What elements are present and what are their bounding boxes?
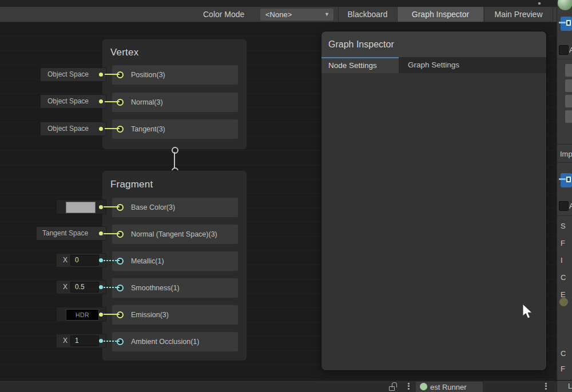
tab-node-settings[interactable]: Node Settings	[321, 57, 399, 73]
main-preview-button[interactable]: Main Preview	[484, 7, 553, 22]
shader-graph-window: Color Mode <None> ▼ Blackboard Graph Ins…	[0, 0, 572, 392]
port-connector-dot-icon	[99, 73, 103, 77]
field-prefix-label: X	[63, 334, 67, 347]
port-connector-dot-icon	[99, 205, 103, 209]
dropdown-value: Object Space	[47, 70, 89, 78]
tab-label: Graph Settings	[408, 61, 459, 69]
port-wire	[104, 233, 120, 234]
normal-space-dropdown[interactable]: Object Space	[40, 94, 106, 109]
metallic-port-row[interactable]: Metallic(1)	[112, 251, 238, 271]
float-input[interactable]: 0.5	[70, 282, 99, 293]
port-connector-dot-icon	[99, 231, 103, 235]
input-port-icon[interactable]	[117, 285, 124, 291]
material-preview-sphere-icon	[558, 0, 572, 10]
color-mode-label: Color Mode	[203, 7, 244, 22]
metallic-default-input[interactable]: X 0	[56, 253, 106, 267]
tangent-port-row[interactable]: Tangent(3)	[112, 119, 238, 139]
clipped-label: S	[561, 222, 566, 230]
base-color-widget[interactable]	[56, 199, 106, 214]
chevron-down-icon: ▼	[324, 9, 329, 21]
tab-graph-settings[interactable]: Graph Settings	[399, 57, 490, 73]
ambient-occlusion-port-row[interactable]: Ambient Occlusion(1)	[112, 332, 238, 351]
shader-graph-asset-icon	[561, 173, 572, 187]
clipped-label: C	[561, 273, 566, 282]
port-connector-dot-icon	[99, 313, 103, 317]
clipped-label: F	[561, 239, 565, 247]
port-wire	[104, 341, 120, 342]
graph-toolbar: Color Mode <None> ▼ Blackboard Graph Ins…	[0, 7, 557, 22]
tangent-space-dropdown[interactable]: Object Space	[40, 122, 106, 136]
normal-space-ts-dropdown[interactable]: Tangent Space	[36, 226, 106, 241]
clipped-label: A	[569, 46, 572, 54]
shader-graph-asset-icon	[561, 17, 572, 31]
port-label: Metallic(1)	[131, 251, 164, 271]
base-color-swatch[interactable]	[66, 202, 96, 213]
inspector-field-button[interactable]	[565, 110, 572, 123]
field-prefix-label: X	[63, 281, 67, 294]
inspector-panel-body	[321, 73, 546, 370]
position-port-row[interactable]: Position(3)	[112, 65, 238, 85]
port-connector-dot-icon	[99, 99, 103, 103]
normal-ts-port-row[interactable]: Normal (Tangent Space)(3)	[112, 225, 238, 244]
port-connector-dot-icon	[99, 339, 103, 343]
divider	[557, 162, 572, 163]
window-menu-dot-icon	[538, 2, 541, 5]
stack-link-port-icon[interactable]	[172, 147, 178, 154]
emission-hdr-widget[interactable]: HDR	[56, 307, 106, 322]
input-port-icon[interactable]	[117, 99, 124, 106]
port-label: Position(3)	[131, 65, 165, 85]
input-port-icon[interactable]	[117, 71, 124, 78]
inspector-field-button[interactable]	[565, 64, 572, 77]
inspector-enabled-checkbox[interactable]	[559, 201, 569, 211]
fragment-node[interactable]: Fragment Base Color(3) Normal (Tangent S…	[102, 170, 247, 361]
input-port-icon[interactable]	[117, 311, 124, 318]
tab-label: Node Settings	[328, 61, 377, 70]
kebab-menu-icon[interactable]: ⋮	[542, 381, 550, 392]
emission-port-row[interactable]: Emission(3)	[112, 305, 238, 325]
normal-port-row[interactable]: Normal(3)	[112, 93, 238, 112]
vertex-node[interactable]: Vertex Position(3) Normal(3) Tangent(3)	[102, 39, 247, 150]
input-port-icon[interactable]	[117, 204, 124, 211]
inspector-enabled-checkbox[interactable]	[559, 45, 569, 55]
input-port-icon[interactable]	[117, 338, 124, 345]
toolbar-divider	[553, 7, 553, 22]
stack-link-edge[interactable]	[174, 152, 175, 168]
inspector-field-button[interactable]	[565, 95, 572, 107]
dropdown-value: Object Space	[47, 97, 89, 105]
asset-preview-icon	[559, 298, 568, 306]
port-label: Emission(3)	[131, 305, 169, 325]
color-mode-value: <None>	[265, 10, 292, 19]
port-wire	[105, 128, 120, 129]
position-space-dropdown[interactable]: Object Space	[40, 67, 106, 82]
blackboard-button[interactable]: Blackboard	[339, 7, 396, 22]
ambient-occlusion-default-input[interactable]: X 1	[56, 334, 106, 348]
graph-inspector-button[interactable]: Graph Inspector	[398, 7, 483, 22]
input-port-icon[interactable]	[117, 258, 124, 265]
base-color-port-row[interactable]: Base Color(3)	[112, 198, 238, 217]
inspector-tab-bar: Node Settings Graph Settings	[321, 57, 546, 73]
vertex-node-title: Vertex	[110, 47, 138, 58]
smoothness-port-row[interactable]: Smoothness(1)	[112, 278, 238, 298]
port-connector-dot-icon	[99, 127, 103, 131]
clipped-label: F	[561, 365, 565, 373]
hdr-color-swatch[interactable]: HDR	[66, 309, 99, 321]
tab-label: est Runner	[430, 382, 467, 392]
dropdown-value: Object Space	[47, 125, 89, 133]
float-input[interactable]: 0	[70, 255, 99, 266]
unlock-icon[interactable]	[389, 382, 397, 391]
port-wire	[104, 287, 120, 288]
imported-object-header: Imp	[560, 150, 572, 158]
dropdown-value: Tangent Space	[42, 229, 88, 237]
inspector-field-button[interactable]	[565, 79, 572, 92]
port-label: Tangent(3)	[131, 119, 165, 139]
port-wire	[105, 74, 120, 75]
input-port-icon[interactable]	[117, 231, 124, 238]
bottom-bar-right-segment: L	[557, 381, 572, 392]
test-runner-tab[interactable]: est Runner	[416, 382, 483, 392]
smoothness-default-input[interactable]: X 0.5	[56, 280, 106, 294]
input-port-icon[interactable]	[117, 126, 124, 133]
color-mode-dropdown[interactable]: <None> ▼	[260, 9, 333, 21]
float-input[interactable]: 1	[70, 335, 99, 346]
port-label: Normal(3)	[131, 93, 163, 112]
kebab-menu-icon[interactable]: ⋮	[404, 381, 413, 392]
